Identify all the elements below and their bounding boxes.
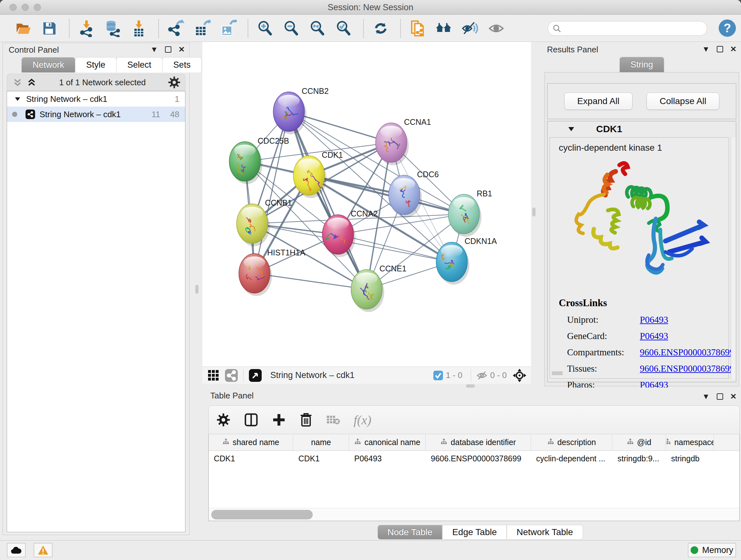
crosslink-value-link[interactable]: 9606.ENSP00000378699 <box>640 363 734 374</box>
left-splitter-handle[interactable] <box>195 285 199 294</box>
table-cell[interactable]: cyclin-dependent ... <box>531 454 612 463</box>
network-node-CDC6[interactable]: CDC6 <box>389 170 439 218</box>
cloud-status-button[interactable] <box>7 543 25 557</box>
tab-string[interactable]: String <box>619 57 664 72</box>
gear-icon[interactable] <box>168 76 181 89</box>
disclosure-triangle-icon[interactable] <box>14 96 21 103</box>
table-cell[interactable]: P06493 <box>349 454 426 463</box>
bottom-splitter-handle[interactable] <box>466 384 475 388</box>
column-header-namespace[interactable]: namespace <box>666 434 714 450</box>
help-button[interactable]: ? <box>719 19 736 37</box>
selected-checkbox-icon[interactable] <box>433 370 443 381</box>
table-cell[interactable]: stringdb:9... <box>612 454 666 463</box>
panel-maximize-icon[interactable] <box>717 46 723 52</box>
open-session-icon[interactable] <box>15 20 32 37</box>
network-edge-CCNB2-CCNE1[interactable] <box>289 112 367 289</box>
table-horizontal-scrollbar[interactable] <box>209 508 739 521</box>
export-table-icon[interactable] <box>193 20 211 37</box>
create-column-icon[interactable] <box>272 413 286 427</box>
birdseye-icon[interactable] <box>249 369 262 382</box>
column-header-description[interactable]: description <box>531 434 612 450</box>
gear-icon[interactable] <box>216 413 230 427</box>
panel-maximize-icon[interactable] <box>717 393 723 400</box>
warnings-button[interactable] <box>34 543 52 557</box>
network-node-RB1[interactable]: RB1 <box>448 189 492 237</box>
collapse-all-icon[interactable] <box>12 77 23 88</box>
table-cell[interactable]: 9606.ENSP00000378699 <box>426 454 531 463</box>
crosslink-value-link[interactable]: P06493 <box>640 314 668 325</box>
network-edge-CDK1-RB1[interactable] <box>309 176 464 214</box>
network-node-CDKN1A[interactable]: CDKN1A <box>436 237 497 285</box>
panel-float-icon[interactable]: ▼ <box>150 46 158 53</box>
scrollbar-stub[interactable] <box>552 371 562 375</box>
column-header--id[interactable]: @id <box>612 434 666 450</box>
tab-sets[interactable]: Sets <box>162 57 202 72</box>
search-input[interactable] <box>561 24 695 33</box>
panel-float-icon[interactable]: ▼ <box>702 45 710 53</box>
eye-signal-icon[interactable] <box>461 20 479 37</box>
tab-network[interactable]: Network <box>21 57 75 72</box>
import-table-file-icon[interactable] <box>130 20 147 37</box>
column-header-canonical-name[interactable]: canonical name <box>349 434 426 450</box>
table-cell[interactable]: CDK1 <box>209 454 293 463</box>
tab-network-table[interactable]: Network Table <box>507 525 583 540</box>
tab-style[interactable]: Style <box>75 57 117 72</box>
zoom-selected-icon[interactable] <box>335 20 352 37</box>
panel-close-icon[interactable]: ✕ <box>179 46 185 53</box>
tab-edge-table[interactable]: Edge Table <box>442 525 507 540</box>
crosslink-label: GeneCard: <box>567 331 640 341</box>
network-row-selected[interactable]: String Network – cdk1 11 48 <box>7 107 185 122</box>
grid-view-icon[interactable] <box>207 369 219 381</box>
disclosure-triangle-icon[interactable] <box>567 125 575 133</box>
crosslink-value-link[interactable]: P06493 <box>640 331 668 341</box>
tab-select[interactable]: Select <box>116 57 162 72</box>
protein-entry-panel: CDK1 cyclin-dependent kinase 1 <box>547 121 736 382</box>
show-columns-icon[interactable] <box>244 413 259 427</box>
network-collection-row[interactable]: String Network – cdk1 1 <box>7 91 185 107</box>
collapse-all-button[interactable]: Collapse All <box>647 92 719 110</box>
tab-node-table[interactable]: Node Table <box>378 525 442 540</box>
refresh-view-icon[interactable] <box>372 20 389 37</box>
panel-close-icon[interactable]: ✕ <box>730 393 737 400</box>
right-splitter-handle[interactable] <box>532 207 536 216</box>
crosslink-value-link[interactable]: 9606.ENSP00000378699 <box>640 347 734 358</box>
documents-share-icon[interactable] <box>409 20 426 37</box>
share-view-icon[interactable] <box>225 369 238 382</box>
column-header-name[interactable]: name <box>293 434 349 450</box>
node-gloss <box>381 126 402 138</box>
network-node-HIST1H1A[interactable]: HIST1H1A <box>239 248 306 296</box>
zoom-out-icon[interactable] <box>283 20 300 37</box>
panel-float-icon[interactable]: ▼ <box>702 393 710 400</box>
network-node-CCNB2[interactable]: CCNB2 <box>273 86 329 134</box>
node-gloss <box>394 178 415 190</box>
table-row[interactable]: CDK1CDK1P064939606.ENSP00000378699cyclin… <box>209 451 739 466</box>
scrollbar-thumb[interactable] <box>211 510 313 519</box>
expand-all-icon[interactable] <box>26 77 37 88</box>
table-cell[interactable]: CDK1 <box>293 454 349 463</box>
panel-close-icon[interactable]: ✕ <box>730 45 737 53</box>
delete-column-icon[interactable] <box>299 413 313 427</box>
protein-entry-header[interactable]: CDK1 <box>548 121 736 137</box>
column-header-shared-name[interactable]: shared name <box>209 434 293 450</box>
eye-icon[interactable] <box>488 20 505 37</box>
column-header-database-identifier[interactable]: database identifier <box>426 434 531 450</box>
save-session-icon[interactable] <box>41 20 58 37</box>
homes-icon[interactable] <box>435 20 453 37</box>
zoom-in-icon[interactable] <box>257 20 274 37</box>
export-image-icon[interactable] <box>219 20 237 37</box>
network-canvas[interactable]: CCNB2CCNA1CDC25BCDK1CDC6RB1CCNB1CCNA2CDK… <box>202 42 531 367</box>
memory-button[interactable]: Memory <box>688 543 736 557</box>
zoom-fit-icon[interactable] <box>309 20 326 37</box>
table-cell[interactable]: stringdb <box>666 454 714 463</box>
node-table[interactable]: shared namenamecanonical namedatabase id… <box>208 434 740 521</box>
string-results-container: Expand All Collapse All CDK1 cyclin-depe… <box>544 72 739 386</box>
panel-maximize-icon[interactable] <box>165 46 172 53</box>
import-network-file-icon[interactable] <box>78 20 95 37</box>
results-vertical-scrollbar[interactable] <box>731 137 736 379</box>
navigator-icon[interactable] <box>513 368 527 382</box>
export-network-icon[interactable] <box>167 20 185 37</box>
network-selector-bar: 1 of 1 Network selected <box>7 74 185 91</box>
network-node-CCNA1[interactable]: CCNA1 <box>376 118 431 165</box>
import-network-database-icon[interactable] <box>104 20 121 37</box>
expand-all-button[interactable]: Expand All <box>564 92 632 110</box>
